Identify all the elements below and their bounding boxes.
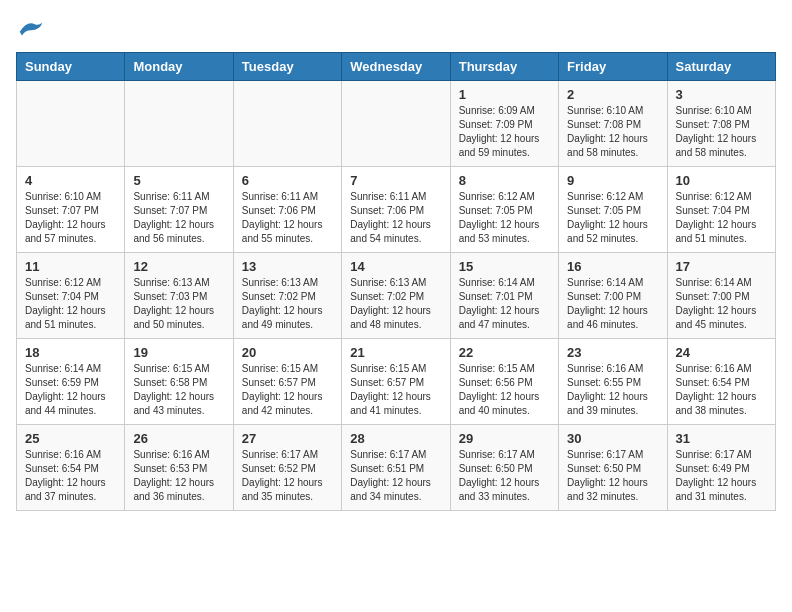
day-number: 14: [350, 259, 441, 274]
day-info: Sunrise: 6:12 AMSunset: 7:04 PMDaylight:…: [25, 276, 116, 332]
calendar-body: 1Sunrise: 6:09 AMSunset: 7:09 PMDaylight…: [17, 81, 776, 511]
day-info: Sunrise: 6:10 AMSunset: 7:07 PMDaylight:…: [25, 190, 116, 246]
day-number: 23: [567, 345, 658, 360]
calendar-cell: 3Sunrise: 6:10 AMSunset: 7:08 PMDaylight…: [667, 81, 775, 167]
calendar-cell: [125, 81, 233, 167]
calendar-cell: 11Sunrise: 6:12 AMSunset: 7:04 PMDayligh…: [17, 253, 125, 339]
calendar-cell: 10Sunrise: 6:12 AMSunset: 7:04 PMDayligh…: [667, 167, 775, 253]
day-number: 9: [567, 173, 658, 188]
calendar-header-friday: Friday: [559, 53, 667, 81]
day-info: Sunrise: 6:10 AMSunset: 7:08 PMDaylight:…: [676, 104, 767, 160]
day-number: 11: [25, 259, 116, 274]
calendar-header-thursday: Thursday: [450, 53, 558, 81]
calendar-cell: 22Sunrise: 6:15 AMSunset: 6:56 PMDayligh…: [450, 339, 558, 425]
day-info: Sunrise: 6:12 AMSunset: 7:05 PMDaylight:…: [567, 190, 658, 246]
day-info: Sunrise: 6:15 AMSunset: 6:58 PMDaylight:…: [133, 362, 224, 418]
day-info: Sunrise: 6:17 AMSunset: 6:51 PMDaylight:…: [350, 448, 441, 504]
calendar-cell: 19Sunrise: 6:15 AMSunset: 6:58 PMDayligh…: [125, 339, 233, 425]
calendar-week-3: 11Sunrise: 6:12 AMSunset: 7:04 PMDayligh…: [17, 253, 776, 339]
day-number: 29: [459, 431, 550, 446]
day-number: 26: [133, 431, 224, 446]
calendar-header-saturday: Saturday: [667, 53, 775, 81]
calendar-header-wednesday: Wednesday: [342, 53, 450, 81]
day-number: 2: [567, 87, 658, 102]
day-number: 20: [242, 345, 333, 360]
calendar-cell: 4Sunrise: 6:10 AMSunset: 7:07 PMDaylight…: [17, 167, 125, 253]
day-info: Sunrise: 6:16 AMSunset: 6:54 PMDaylight:…: [25, 448, 116, 504]
day-number: 30: [567, 431, 658, 446]
day-info: Sunrise: 6:14 AMSunset: 7:00 PMDaylight:…: [567, 276, 658, 332]
day-number: 15: [459, 259, 550, 274]
day-number: 10: [676, 173, 767, 188]
day-number: 28: [350, 431, 441, 446]
day-number: 17: [676, 259, 767, 274]
calendar-cell: 20Sunrise: 6:15 AMSunset: 6:57 PMDayligh…: [233, 339, 341, 425]
day-info: Sunrise: 6:15 AMSunset: 6:57 PMDaylight:…: [242, 362, 333, 418]
calendar-cell: 23Sunrise: 6:16 AMSunset: 6:55 PMDayligh…: [559, 339, 667, 425]
day-info: Sunrise: 6:14 AMSunset: 7:00 PMDaylight:…: [676, 276, 767, 332]
calendar-cell: 6Sunrise: 6:11 AMSunset: 7:06 PMDaylight…: [233, 167, 341, 253]
calendar-cell: 27Sunrise: 6:17 AMSunset: 6:52 PMDayligh…: [233, 425, 341, 511]
day-number: 31: [676, 431, 767, 446]
day-info: Sunrise: 6:11 AMSunset: 7:06 PMDaylight:…: [242, 190, 333, 246]
day-number: 5: [133, 173, 224, 188]
day-number: 18: [25, 345, 116, 360]
calendar-header-tuesday: Tuesday: [233, 53, 341, 81]
day-number: 19: [133, 345, 224, 360]
calendar-header-monday: Monday: [125, 53, 233, 81]
calendar-cell: 30Sunrise: 6:17 AMSunset: 6:50 PMDayligh…: [559, 425, 667, 511]
calendar-cell: 21Sunrise: 6:15 AMSunset: 6:57 PMDayligh…: [342, 339, 450, 425]
day-info: Sunrise: 6:13 AMSunset: 7:02 PMDaylight:…: [350, 276, 441, 332]
day-number: 25: [25, 431, 116, 446]
day-number: 3: [676, 87, 767, 102]
calendar-cell: 13Sunrise: 6:13 AMSunset: 7:02 PMDayligh…: [233, 253, 341, 339]
day-info: Sunrise: 6:16 AMSunset: 6:55 PMDaylight:…: [567, 362, 658, 418]
day-info: Sunrise: 6:13 AMSunset: 7:02 PMDaylight:…: [242, 276, 333, 332]
day-number: 22: [459, 345, 550, 360]
calendar-week-2: 4Sunrise: 6:10 AMSunset: 7:07 PMDaylight…: [17, 167, 776, 253]
day-number: 8: [459, 173, 550, 188]
day-info: Sunrise: 6:17 AMSunset: 6:49 PMDaylight:…: [676, 448, 767, 504]
calendar-cell: [17, 81, 125, 167]
day-info: Sunrise: 6:09 AMSunset: 7:09 PMDaylight:…: [459, 104, 550, 160]
day-info: Sunrise: 6:17 AMSunset: 6:50 PMDaylight:…: [459, 448, 550, 504]
calendar-cell: 14Sunrise: 6:13 AMSunset: 7:02 PMDayligh…: [342, 253, 450, 339]
header: [16, 16, 776, 44]
calendar-week-5: 25Sunrise: 6:16 AMSunset: 6:54 PMDayligh…: [17, 425, 776, 511]
calendar-cell: 29Sunrise: 6:17 AMSunset: 6:50 PMDayligh…: [450, 425, 558, 511]
calendar-cell: 18Sunrise: 6:14 AMSunset: 6:59 PMDayligh…: [17, 339, 125, 425]
calendar-cell: 5Sunrise: 6:11 AMSunset: 7:07 PMDaylight…: [125, 167, 233, 253]
calendar-cell: 15Sunrise: 6:14 AMSunset: 7:01 PMDayligh…: [450, 253, 558, 339]
day-number: 13: [242, 259, 333, 274]
calendar-cell: 24Sunrise: 6:16 AMSunset: 6:54 PMDayligh…: [667, 339, 775, 425]
calendar-cell: 25Sunrise: 6:16 AMSunset: 6:54 PMDayligh…: [17, 425, 125, 511]
day-number: 7: [350, 173, 441, 188]
day-number: 21: [350, 345, 441, 360]
day-info: Sunrise: 6:16 AMSunset: 6:54 PMDaylight:…: [676, 362, 767, 418]
day-number: 4: [25, 173, 116, 188]
day-info: Sunrise: 6:12 AMSunset: 7:05 PMDaylight:…: [459, 190, 550, 246]
calendar-cell: 9Sunrise: 6:12 AMSunset: 7:05 PMDaylight…: [559, 167, 667, 253]
day-info: Sunrise: 6:14 AMSunset: 6:59 PMDaylight:…: [25, 362, 116, 418]
calendar-week-4: 18Sunrise: 6:14 AMSunset: 6:59 PMDayligh…: [17, 339, 776, 425]
day-info: Sunrise: 6:15 AMSunset: 6:57 PMDaylight:…: [350, 362, 441, 418]
calendar-cell: 26Sunrise: 6:16 AMSunset: 6:53 PMDayligh…: [125, 425, 233, 511]
day-info: Sunrise: 6:17 AMSunset: 6:52 PMDaylight:…: [242, 448, 333, 504]
calendar-cell: 8Sunrise: 6:12 AMSunset: 7:05 PMDaylight…: [450, 167, 558, 253]
calendar-cell: [233, 81, 341, 167]
calendar-header-row: SundayMondayTuesdayWednesdayThursdayFrid…: [17, 53, 776, 81]
day-info: Sunrise: 6:11 AMSunset: 7:06 PMDaylight:…: [350, 190, 441, 246]
day-info: Sunrise: 6:16 AMSunset: 6:53 PMDaylight:…: [133, 448, 224, 504]
calendar-cell: 2Sunrise: 6:10 AMSunset: 7:08 PMDaylight…: [559, 81, 667, 167]
day-info: Sunrise: 6:14 AMSunset: 7:01 PMDaylight:…: [459, 276, 550, 332]
day-number: 16: [567, 259, 658, 274]
day-number: 27: [242, 431, 333, 446]
day-info: Sunrise: 6:11 AMSunset: 7:07 PMDaylight:…: [133, 190, 224, 246]
day-number: 1: [459, 87, 550, 102]
day-number: 12: [133, 259, 224, 274]
day-number: 24: [676, 345, 767, 360]
day-info: Sunrise: 6:10 AMSunset: 7:08 PMDaylight:…: [567, 104, 658, 160]
day-number: 6: [242, 173, 333, 188]
calendar-cell: 7Sunrise: 6:11 AMSunset: 7:06 PMDaylight…: [342, 167, 450, 253]
logo-icon: [16, 16, 46, 44]
